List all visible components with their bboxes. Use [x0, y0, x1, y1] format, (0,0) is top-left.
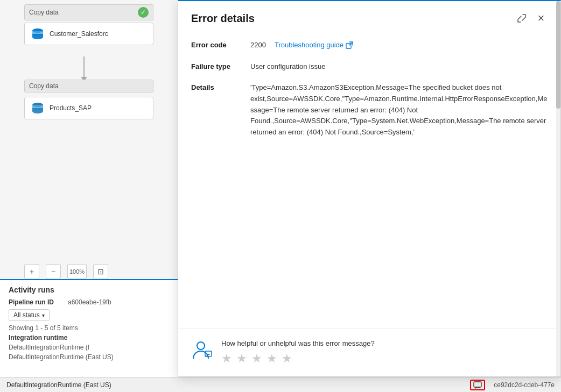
details-value: 'Type=Amazon.S3.AmazonS3Exception,Messag… [250, 82, 548, 138]
copy-data-label-2: Copy data [29, 82, 59, 90]
integration-runtime-value-row-1: DefaultIntegrationRuntime (f [9, 344, 180, 351]
feedback-person-icon [191, 339, 213, 361]
modal-title: Error details [191, 12, 255, 25]
star-5[interactable]: ★ [282, 352, 292, 366]
error-code-number: 2200 [250, 40, 266, 51]
close-button[interactable]: × [535, 12, 548, 25]
modal-body: Error code 2200 Troubleshooting guide Fa… [178, 31, 560, 324]
svg-point-3 [197, 342, 205, 350]
node-2-label: Products_SAP [50, 104, 92, 112]
integration-runtime-value-row-2: DefaultIntegrationRuntime (East US) [9, 353, 180, 361]
expand-button[interactable] [515, 12, 528, 25]
scrollbar-thumb[interactable] [556, 1, 560, 109]
feedback-section: How helpful or unhelpful was this error … [178, 328, 560, 376]
status-bar-right-text: ce92dc2d-cdeb-477e [494, 381, 555, 389]
zoom-in-button[interactable]: + [24, 264, 39, 279]
database-icon-2 [30, 101, 45, 116]
chat-icon [473, 381, 482, 389]
success-indicator: ✓ [138, 7, 149, 18]
copy-data-node-1[interactable]: Customer_Salesforc [24, 23, 153, 45]
zoom-out-button[interactable]: − [46, 264, 61, 279]
star-rating: ★ ★ ★ ★ ★ [221, 352, 548, 366]
status-bar: DefaultIntegrationRuntime (East US) ce92… [0, 377, 561, 392]
error-details-modal: Error details × Error code 2200 Troubles… [178, 0, 561, 377]
integration-runtime-value-1: DefaultIntegrationRuntime (f [9, 344, 89, 351]
failure-type-label: Failure type [191, 61, 250, 70]
showing-items-text: Showing 1 - 5 of 5 items [9, 324, 180, 332]
node-1-label: Customer_Salesforc [50, 30, 108, 38]
copy-data-label-1: Copy data [29, 9, 59, 16]
error-code-label: Error code [191, 40, 250, 49]
failure-type-row: Failure type User configuration issue [191, 61, 548, 72]
integration-runtime-label: Integration runtime [9, 334, 68, 341]
modal-header-actions: × [515, 12, 548, 25]
integration-runtime-value-2: DefaultIntegrationRuntime (East US) [9, 353, 114, 361]
modal-scrollbar[interactable] [556, 1, 560, 376]
failure-type-value: User configuration issue [250, 61, 548, 72]
activity-runs-panel: Activity runs Pipeline run ID a600eabe-1… [0, 279, 188, 392]
feedback-right: How helpful or unhelpful was this error … [221, 339, 548, 366]
status-bar-left-text: DefaultIntegrationRuntime (East US) [6, 381, 470, 389]
star-3[interactable]: ★ [251, 352, 262, 366]
copy-data-node-2[interactable]: Products_SAP [24, 97, 153, 119]
modal-header: Error details × [178, 1, 560, 31]
feedback-question: How helpful or unhelpful was this error … [221, 339, 548, 347]
chat-icon-button[interactable] [470, 380, 485, 390]
details-row: Details 'Type=Amazon.S3.AmazonS3Exceptio… [191, 82, 548, 138]
pipeline-run-id-label: Pipeline run ID [9, 298, 68, 306]
star-1[interactable]: ★ [221, 352, 232, 366]
star-4[interactable]: ★ [267, 352, 277, 366]
fit-to-screen-button[interactable]: ⊡ [93, 264, 108, 279]
connector-line-1 [83, 56, 85, 78]
canvas-toolbar: + − 100% ⊡ [24, 264, 108, 279]
troubleshooting-link[interactable]: Troubleshooting guide [275, 40, 353, 51]
pipeline-run-id-row: Pipeline run ID a600eabe-19fb [9, 298, 180, 306]
star-2[interactable]: ★ [236, 352, 247, 366]
all-status-dropdown[interactable]: All status ▾ [9, 309, 50, 321]
activity-runs-title: Activity runs [9, 286, 180, 294]
zoom-100-button[interactable]: 100% [67, 264, 87, 279]
expand-icon [516, 13, 527, 24]
copy-data-node-1-header: Copy data ✓ [24, 4, 153, 20]
pipeline-canvas: Copy data ✓ Customer_Salesforc Copy data… [0, 0, 188, 392]
pipeline-run-id-value: a600eabe-19fb [68, 298, 111, 306]
external-link-icon [346, 41, 353, 49]
database-icon-1 [30, 26, 45, 41]
error-code-value-area: 2200 Troubleshooting guide [250, 40, 548, 51]
copy-data-node-2-header: Copy data [24, 80, 153, 92]
details-label: Details [191, 82, 250, 91]
svg-rect-5 [474, 382, 481, 387]
integration-runtime-row: Integration runtime [9, 334, 180, 341]
chevron-down-icon: ▾ [42, 312, 45, 318]
error-code-row: Error code 2200 Troubleshooting guide [191, 40, 548, 51]
